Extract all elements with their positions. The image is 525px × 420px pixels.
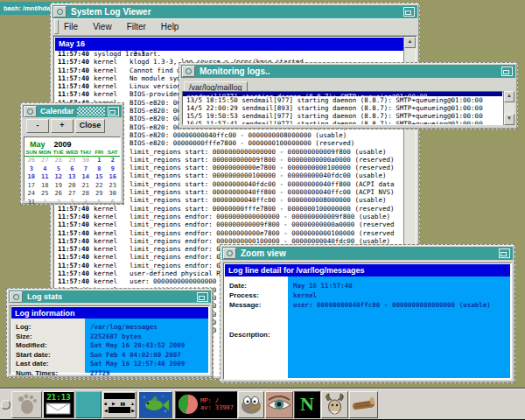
calendar-titlebar[interactable]: Calendar [23, 105, 122, 117]
next-month-button[interactable]: + [51, 119, 74, 133]
calendar-day[interactable]: 5 [93, 199, 107, 207]
calendar-day[interactable]: 19 [52, 182, 66, 191]
scroll-up-button[interactable]: ▲ [404, 37, 416, 48]
disk-usage-applet[interactable]: MP: / av: 33987 [175, 391, 237, 418]
log-message: limit_regions start: 00000000040ff800 - … [130, 188, 395, 196]
mail-log-row[interactable]: 16/5 11:57:41 sendmail[977] starting dae… [183, 120, 502, 125]
log-row[interactable]: 11:57:40kernellimit_regions endfor: 0000… [55, 229, 403, 237]
window-menu-button[interactable] [53, 6, 66, 18]
calendar-day[interactable]: 26 [52, 190, 66, 199]
calendar-day[interactable]: 10 [24, 173, 38, 182]
calendar-day[interactable]: 1 [93, 157, 107, 165]
maximize-icon[interactable] [403, 7, 415, 17]
maximize-icon[interactable] [499, 248, 510, 258]
calendar-day[interactable]: 8 [93, 165, 107, 174]
calendar-day[interactable]: 9 [106, 165, 120, 174]
window-menu-button[interactable] [223, 248, 236, 259]
calendar-day[interactable]: 1 [38, 199, 52, 207]
log-row[interactable]: 11:57:40kernellimit_regions endfor: 0000… [55, 220, 403, 228]
calendar-day[interactable]: 3 [66, 199, 80, 207]
calendar-grid[interactable]: May2009 SUNMONTUEWEDTHUFRISAT 2627282930… [24, 136, 121, 201]
maximize-icon[interactable] [501, 66, 513, 76]
mail-log-row[interactable]: 14/5 22:00:29 sendmail[893] starting dae… [183, 104, 502, 112]
maximize-icon[interactable] [197, 292, 208, 302]
system-log-viewer-titlebar[interactable]: System Log Viewer [52, 5, 417, 18]
log-stats-titlebar[interactable]: Log stats [9, 290, 211, 303]
calendar-day[interactable]: 29 [66, 157, 80, 165]
calendar-day[interactable]: 16 [106, 173, 120, 182]
calendar-day[interactable]: 30 [106, 190, 120, 199]
mail-log-row[interactable]: 15/5 19:50:53 sendmail[977] starting dae… [183, 112, 502, 120]
calendar-day[interactable]: 29 [93, 190, 107, 199]
eye-launcher[interactable] [265, 391, 293, 418]
calendar-day[interactable]: 26 [24, 157, 38, 165]
log-row[interactable]: 11:57:40kernellimit_regions endfor: 0000… [55, 213, 403, 220]
log-file-launcher[interactable] [349, 391, 378, 418]
menubar-grip-handle[interactable] [54, 19, 59, 34]
calendar-day[interactable]: 18 [38, 182, 52, 191]
calendar-day[interactable]: 14 [79, 173, 93, 182]
netscape-launcher[interactable]: N [294, 391, 320, 418]
calendar-day[interactable]: 4 [79, 199, 93, 207]
close-button[interactable]: Close [75, 119, 105, 133]
cd-button[interactable]: ▮▮ [121, 400, 126, 407]
window-menu-button[interactable] [182, 66, 195, 77]
cd-next-button[interactable]: ▶ [131, 408, 135, 413]
calendar-day[interactable]: 12 [52, 173, 66, 182]
gnome-menu-button[interactable] [11, 391, 42, 418]
calendar-day[interactable]: 6 [106, 199, 120, 207]
pager-applet[interactable] [75, 391, 102, 418]
scroll-down-button[interactable]: ▼ [504, 114, 514, 125]
calendar-day[interactable]: 7 [79, 165, 93, 174]
window-menu-button[interactable] [24, 106, 37, 117]
gnu-launcher[interactable] [321, 391, 348, 418]
calendar-day[interactable]: 30 [79, 157, 93, 165]
gimp-launcher[interactable] [238, 391, 264, 418]
calendar-day[interactable]: 28 [79, 190, 93, 199]
calendar-day[interactable]: 11 [38, 173, 52, 182]
cd-button[interactable]: ▶ [112, 400, 116, 407]
clock-mail-applet[interactable]: 21:13 [43, 391, 74, 418]
calendar-day[interactable]: 5 [52, 165, 66, 174]
calendar-day[interactable]: 4 [38, 165, 52, 174]
menu-filter[interactable]: Filter [127, 22, 146, 32]
fish-applet[interactable] [138, 391, 172, 418]
calendar-day[interactable]: 17 [24, 182, 38, 191]
calendar-day[interactable]: 6 [66, 165, 80, 174]
mail-scrollbar[interactable]: ▲ ▼ [503, 91, 514, 125]
calendar-day[interactable]: 28 [52, 157, 66, 165]
calendar-day[interactable]: 21 [79, 182, 93, 191]
cd-button[interactable]: ▲ [130, 400, 135, 407]
menu-help[interactable]: Help [161, 22, 179, 32]
cd-prev-button[interactable]: ◀ [104, 408, 108, 413]
mail-log-row[interactable]: 13/5 18:15:50 sendmail[977] starting dae… [183, 96, 502, 104]
calendar-day[interactable]: 25 [38, 190, 52, 199]
cd-player-applet[interactable]: ■▶▮▮▲ ◀ ▶ [102, 391, 136, 418]
menu-file[interactable]: File [64, 22, 78, 32]
calendar-day[interactable]: 2 [106, 157, 120, 165]
window-menu-button[interactable] [10, 291, 23, 303]
calendar-day[interactable]: 31 [24, 199, 38, 207]
cd-button[interactable]: ■ [104, 400, 107, 407]
panel-hide-button[interactable] [1, 400, 10, 410]
maximize-icon[interactable] [108, 107, 119, 116]
calendar-day[interactable]: 24 [24, 190, 38, 199]
log-row[interactable]: 11:57:40syslogd 1.3-3restart. [55, 50, 403, 58]
calendar-day[interactable]: 27 [38, 157, 52, 165]
calendar-day[interactable]: 23 [106, 182, 120, 191]
calendar-day[interactable]: 27 [66, 190, 80, 199]
calendar-day[interactable]: 3 [24, 165, 38, 174]
monitoring-logs-window: Monitoring logs.. /var/log/maillog sendm… [178, 62, 518, 130]
prev-month-button[interactable]: - [26, 119, 49, 133]
calendar-day[interactable]: 22 [93, 182, 107, 191]
calendar-day[interactable]: 20 [66, 182, 80, 191]
calendar-day[interactable]: 13 [66, 173, 80, 182]
zoom-view-titlebar[interactable]: Zoom view [222, 247, 513, 260]
log-process: kernel [94, 270, 117, 277]
mail-log-list[interactable]: sendmail[977] starting daemon (8.8.7): S… [182, 91, 503, 125]
scroll-up-button[interactable]: ▲ [504, 91, 514, 102]
menu-view[interactable]: View [93, 22, 112, 32]
monitoring-logs-titlebar[interactable]: Monitoring logs.. [181, 65, 515, 78]
calendar-day[interactable]: 2 [52, 199, 66, 207]
calendar-day[interactable]: 15 [93, 173, 107, 182]
